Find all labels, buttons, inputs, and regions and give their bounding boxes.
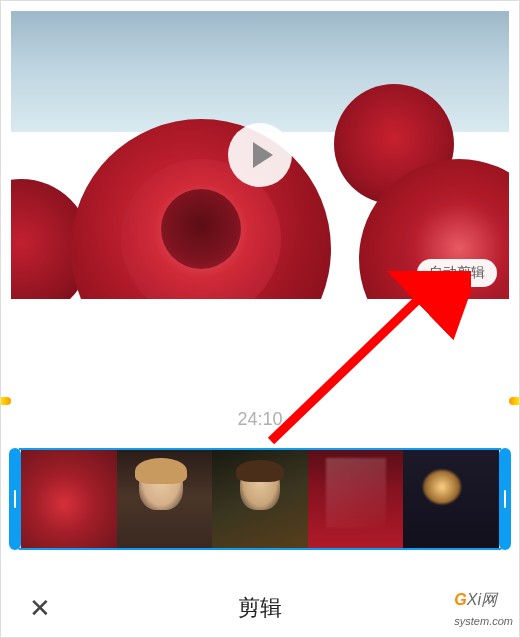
watermark-mid: Xi xyxy=(467,591,481,608)
thumbnail-strip xyxy=(21,450,499,548)
rose-graphic xyxy=(71,119,331,299)
trim-handle-left[interactable] xyxy=(9,448,21,550)
decoration xyxy=(1,397,11,405)
timeline-thumb xyxy=(403,450,499,548)
timeline-track[interactable] xyxy=(9,448,511,550)
video-preview: 自动剪辑 xyxy=(11,11,509,299)
watermark-domain: system.com xyxy=(454,615,513,627)
watermark: GXi网 system.com xyxy=(454,590,513,629)
watermark-suffix: 网 xyxy=(481,591,497,608)
timeline-thumb xyxy=(212,450,308,548)
timeline-area: 24:10 xyxy=(1,409,519,550)
decoration xyxy=(509,397,519,405)
close-icon: ✕ xyxy=(29,593,51,623)
auto-clip-label: 自动剪辑 xyxy=(429,264,485,280)
timeline-thumb xyxy=(21,450,117,548)
spacer xyxy=(1,301,519,411)
trim-handle-right[interactable] xyxy=(499,448,511,550)
play-icon xyxy=(253,142,273,168)
auto-clip-button[interactable]: 自动剪辑 xyxy=(417,259,497,287)
timeline-thumb xyxy=(308,450,404,548)
timeline-thumb xyxy=(117,450,213,548)
page-title: 剪辑 xyxy=(238,593,282,623)
track-border xyxy=(19,448,501,450)
play-button[interactable] xyxy=(228,123,292,187)
watermark-prefix: G xyxy=(454,591,466,608)
track-border xyxy=(19,548,501,550)
bottom-bar: ✕ 剪辑 xyxy=(1,579,519,637)
time-label: 24:10 xyxy=(1,409,519,430)
cancel-button[interactable]: ✕ xyxy=(29,593,51,624)
